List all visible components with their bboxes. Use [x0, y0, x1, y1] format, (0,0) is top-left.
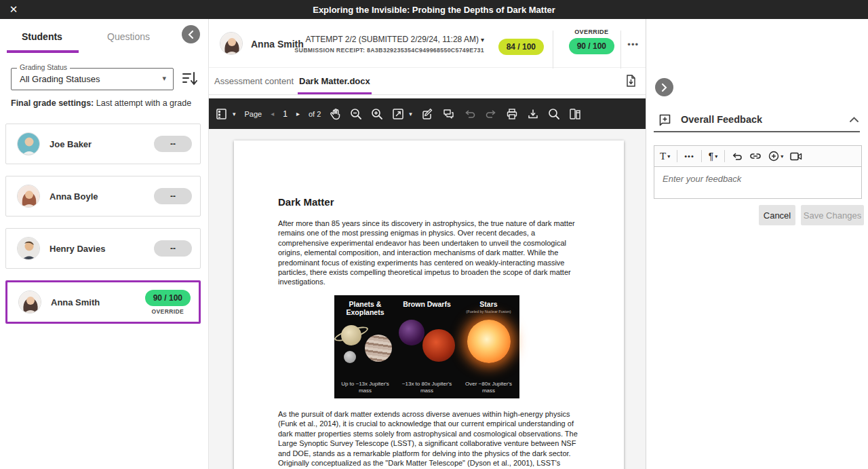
undo-icon: [732, 151, 743, 162]
student-row-anna-smith[interactable]: Anna Smith 90 / 100 OVERRIDE: [5, 280, 201, 324]
more-options-icon[interactable]: •••: [627, 39, 639, 50]
document-figure: Planets & Exoplanets Up to ~13x Jupiter'…: [334, 295, 519, 398]
content-tabs: Assessment content Dark Matter.docx: [209, 68, 646, 95]
more-formatting-button[interactable]: •••: [684, 152, 694, 160]
grading-status-label: Grading Status: [17, 63, 70, 71]
tab-questions[interactable]: Questions: [107, 31, 150, 42]
book-icon: [569, 108, 581, 120]
feedback-panel: Overall Feedback T▾ ••• ¶▾: [646, 19, 868, 469]
zoom-out-button[interactable]: [350, 108, 362, 120]
grading-status-value: All Grading Statuses: [20, 74, 100, 84]
grade-pill: 90 / 100: [145, 290, 191, 306]
grading-status-select[interactable]: Grading Status All Grading Statuses ▾: [11, 68, 174, 90]
thumbnails-icon: [216, 108, 228, 120]
grade-pill: --: [154, 136, 192, 152]
sidebar-tabs: Students Questions: [0, 19, 208, 57]
hand-icon: [330, 108, 341, 120]
editor-toolbar: T▾ ••• ¶▾: [654, 146, 861, 167]
figure-heading: Brown Dwarfs: [396, 295, 458, 309]
document-paragraph: As the pursuit of dark matter extends ac…: [278, 409, 581, 469]
insert-link-button[interactable]: [749, 151, 762, 161]
divider: [553, 31, 553, 69]
figure-caption: ~13x to 80x Jupiter's mass: [400, 381, 454, 394]
student-row-henry-davies[interactable]: Henry Davies --: [5, 228, 201, 269]
download-button[interactable]: [527, 108, 539, 120]
content-library-button[interactable]: [569, 108, 581, 120]
grade-pill: --: [154, 188, 192, 204]
overall-feedback-title: Overall Feedback: [681, 114, 762, 125]
search-button[interactable]: [548, 108, 560, 120]
chevron-down-icon: ▾: [715, 153, 717, 160]
sort-icon: [182, 70, 198, 88]
redo-button[interactable]: [485, 108, 497, 120]
override-badge: OVERRIDE: [145, 308, 191, 315]
override-grade-pill: 90 / 100: [569, 38, 614, 54]
tab-assessment-content[interactable]: Assessment content: [214, 76, 294, 86]
pan-tool-button[interactable]: [330, 108, 341, 120]
undo-button[interactable]: [464, 108, 476, 120]
undo-button[interactable]: [732, 151, 743, 162]
fit-to-screen-icon: [392, 108, 404, 120]
close-icon[interactable]: ✕: [0, 0, 27, 19]
feedback-input[interactable]: Enter your feedback: [654, 167, 861, 198]
save-changes-button[interactable]: Save Changes: [801, 205, 864, 225]
tab-students[interactable]: Students: [22, 31, 62, 42]
video-camera-icon: [790, 152, 802, 161]
page-number-input[interactable]: 1: [283, 109, 288, 119]
previous-page-icon[interactable]: ◂: [271, 110, 274, 117]
feedback-icon: [658, 113, 671, 126]
chevron-down-icon[interactable]: ▾: [409, 111, 412, 117]
undo-icon: [464, 108, 476, 120]
star-art: [458, 316, 519, 367]
avatar: [17, 237, 40, 260]
student-row-joe-baker[interactable]: Joe Baker --: [5, 124, 201, 164]
collapse-sidebar-button[interactable]: [182, 25, 200, 43]
student-row-anna-boyle[interactable]: Anna Boyle --: [5, 176, 201, 217]
override-label: OVERRIDE: [569, 29, 614, 35]
submission-receipt: SUBMISSION RECEIPT: 8A3B329235354C949968…: [294, 47, 484, 54]
text-style-button[interactable]: T▾: [660, 151, 670, 162]
paragraph-style-button[interactable]: ¶▾: [709, 151, 718, 162]
zoom-in-button[interactable]: [371, 108, 383, 120]
sort-button[interactable]: [182, 70, 198, 88]
print-button[interactable]: [506, 108, 518, 120]
search-icon: [548, 108, 560, 120]
chevron-down-icon: ▾: [667, 153, 670, 160]
chevron-down-icon: ▾: [781, 153, 783, 160]
chevron-down-icon[interactable]: ▾: [233, 111, 236, 117]
collapse-feedback-panel-button[interactable]: [655, 78, 673, 96]
attempt-selector[interactable]: ATTEMPT 2/2 (SUBMITTED 2/29/24, 11:28 AM…: [294, 35, 484, 54]
file-download-icon: [626, 75, 636, 87]
comments-button[interactable]: [442, 108, 455, 120]
annotate-button[interactable]: [421, 108, 433, 120]
divider: [677, 150, 677, 162]
download-icon: [527, 108, 539, 120]
chevron-up-icon[interactable]: [850, 117, 859, 122]
record-media-button[interactable]: [790, 152, 802, 161]
comments-icon: [442, 108, 455, 120]
attempt-grade-pill[interactable]: 84 / 100: [498, 39, 544, 55]
figure-caption: Over ~80x Jupiter's mass: [462, 381, 515, 394]
chevron-down-icon: ▾: [162, 74, 166, 83]
student-name: Joe Baker: [50, 139, 92, 149]
download-document-button[interactable]: [626, 75, 636, 87]
grade-pill: --: [154, 240, 192, 257]
fit-to-screen-button[interactable]: [392, 108, 404, 120]
overall-feedback-header[interactable]: Overall Feedback: [658, 111, 859, 128]
figure-subheading: (Fueled by Nuclear Fusion): [458, 309, 519, 314]
zoom-out-icon: [350, 108, 362, 120]
avatar: [220, 32, 243, 55]
figure-column-stars: Stars (Fueled by Nuclear Fusion) Over ~8…: [458, 295, 519, 398]
thumbnails-panel-button[interactable]: [216, 108, 228, 120]
tab-dark-matter-docx[interactable]: Dark Matter.docx: [299, 76, 370, 86]
document-paragraph: After more than 85 years since its disco…: [278, 219, 581, 287]
student-name: Henry Davies: [50, 244, 105, 254]
next-page-icon[interactable]: ▸: [296, 110, 300, 117]
figure-caption: Up to ~13x Jupiter's mass: [338, 381, 392, 394]
cancel-button[interactable]: Cancel: [759, 205, 795, 225]
page-label: Page: [245, 110, 262, 118]
insert-content-button[interactable]: ▾: [768, 151, 783, 162]
divider: [724, 150, 725, 162]
override-grade-block[interactable]: OVERRIDE 90 / 100: [569, 29, 614, 54]
page-total: of 2: [309, 110, 321, 118]
